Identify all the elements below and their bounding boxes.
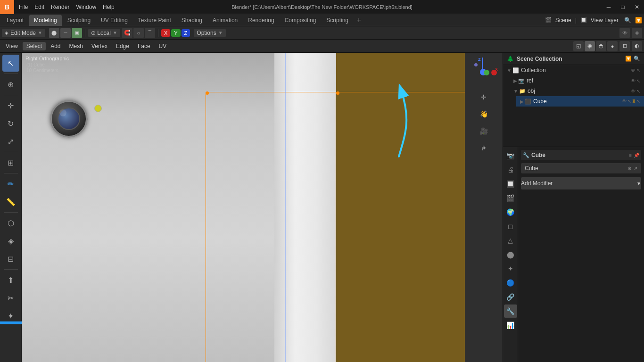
mode-selector[interactable]: ◈ Edit Mode ▼ (2, 29, 45, 37)
xray-btn[interactable]: ◐ (632, 41, 642, 51)
menu-render[interactable]: Render (48, 3, 72, 11)
ref-cursor[interactable]: ↖ (636, 78, 640, 83)
gizmo-move-btn[interactable]: ✛ (477, 90, 491, 104)
vis-eye[interactable]: 👁 (631, 68, 636, 73)
gizmo-orbit-btn[interactable]: 👋 (477, 107, 491, 121)
knife-btn[interactable]: ✂ (2, 289, 19, 306)
outliner-search[interactable]: 🔍 (634, 56, 640, 62)
prop-settings-icon[interactable]: ⚙ (627, 166, 632, 171)
rotate-tool-btn[interactable]: ↻ (2, 115, 19, 132)
tab-compositing[interactable]: Compositing (280, 15, 321, 26)
prop-world-icon[interactable]: 🌍 (504, 206, 517, 219)
prop-particles-icon[interactable]: ✦ (504, 262, 517, 275)
prop-pin-btn[interactable]: 📌 (634, 153, 639, 158)
prop-physics-icon[interactable]: 🔵 (504, 276, 517, 289)
wireframe-btn[interactable]: ◱ (573, 41, 584, 51)
vp-select-btn[interactable]: Select (23, 42, 46, 50)
transform-pivot[interactable]: ⊙ Local ▼ (88, 29, 120, 37)
vis-cursor[interactable]: ↖ (636, 68, 640, 73)
outliner-cube[interactable]: ▶ ⬛ Cube 👁 ↖ ⧖ ↖ (516, 96, 644, 107)
add-workspace-btn[interactable]: + (354, 16, 363, 25)
nav-gizmo[interactable]: Z X (470, 57, 498, 87)
cube-eye[interactable]: 👁 (622, 99, 627, 104)
transform-tool-btn[interactable]: ⊞ (2, 154, 19, 171)
gizmo-zoom-btn[interactable]: 🎥 (477, 124, 491, 138)
obj-cursor[interactable]: ↖ (636, 89, 640, 94)
outliner-obj[interactable]: ▼ 📁 obj 👁 ↖ (510, 86, 644, 96)
prop-mesh-icon[interactable]: △ (504, 234, 517, 247)
win-close[interactable]: ✕ (630, 0, 644, 14)
prop-link-icon[interactable]: ↗ (634, 166, 637, 171)
falloff-btn[interactable]: ⌒ (145, 28, 155, 38)
vp-view-btn[interactable]: View (2, 42, 22, 50)
prop-data-icon[interactable]: 📊 (504, 319, 517, 332)
scale-tool-btn[interactable]: ⤢ (2, 133, 19, 150)
tab-shading[interactable]: Shading (177, 15, 207, 26)
tab-layout[interactable]: Layout (2, 15, 28, 26)
menu-file[interactable]: File (16, 3, 31, 11)
loop-cut-btn[interactable]: ⊟ (2, 250, 19, 267)
tab-texture-paint[interactable]: Texture Paint (133, 15, 176, 26)
tab-animation[interactable]: Animation (208, 15, 242, 26)
win-minimize[interactable]: ─ (602, 0, 616, 14)
snap-btn[interactable]: 🧲 (122, 28, 132, 38)
prop-object-icon[interactable]: ◻ (504, 220, 517, 233)
obj-eye[interactable]: 👁 (631, 89, 636, 94)
material-btn[interactable]: ◓ (596, 41, 606, 51)
cube-camera[interactable]: ↖ (636, 99, 640, 104)
vertex-mode-btn[interactable]: ⬤ (49, 28, 59, 38)
gizmo-grid-btn[interactable]: # (477, 141, 491, 155)
vp-mesh-btn[interactable]: Mesh (66, 42, 87, 50)
annotate-btn[interactable]: ✏ (2, 175, 19, 192)
vp-face-btn[interactable]: Face (134, 42, 154, 50)
select-tool-btn[interactable]: ↖ (2, 55, 19, 72)
cube-modifier[interactable]: ⧖ (632, 99, 636, 104)
prop-material-icon[interactable]: ⬤ (504, 248, 517, 261)
outliner-collection[interactable]: ▼ ⬜ Collection 👁 ↖ (503, 65, 644, 75)
gizmo-overlay-btn[interactable]: ◈ (632, 28, 642, 38)
z-axis-btn[interactable]: Z (182, 29, 190, 37)
prop-output-icon[interactable]: 🖨 (504, 163, 517, 176)
viewport[interactable]: Right Orthographic (1) Cube 10 Centimete… (22, 53, 503, 362)
vp-edge-btn[interactable]: Edge (112, 42, 133, 50)
prop-modifiers-icon[interactable]: 🔧 (504, 304, 517, 318)
prop-scene-icon[interactable]: 🎬 (504, 191, 517, 205)
y-axis-btn[interactable]: Y (171, 29, 180, 37)
ref-eye[interactable]: 👁 (631, 78, 636, 83)
add-modifier-btn[interactable]: Add Modifier ▼ (521, 177, 641, 189)
tab-rendering[interactable]: Rendering (243, 15, 279, 26)
proportional-btn[interactable]: ○ (133, 28, 144, 38)
move-tool-btn[interactable]: ✛ (2, 97, 19, 114)
tab-scripting[interactable]: Scripting (322, 15, 353, 26)
tab-sculpting[interactable]: Sculpting (63, 15, 95, 26)
cube-cursor[interactable]: ↖ (627, 99, 631, 104)
outliner-ref[interactable]: ▶ 📷 ref 👁 ↖ (510, 75, 644, 86)
menu-help[interactable]: Help (100, 3, 117, 11)
menu-edit[interactable]: Edit (32, 3, 47, 11)
win-maximize[interactable]: □ (616, 0, 630, 14)
solid-btn[interactable]: ◉ (585, 41, 595, 51)
tab-modeling[interactable]: Modeling (29, 15, 62, 26)
prop-view-layer-icon[interactable]: 🔲 (504, 177, 517, 190)
vp-vertex-btn[interactable]: Vertex (88, 42, 111, 50)
vp-add-btn[interactable]: Add (47, 42, 64, 50)
cursor-tool-btn[interactable]: ⊕ (2, 76, 19, 93)
inset-btn[interactable]: ⬡ (2, 214, 19, 231)
x-axis-btn[interactable]: X (161, 29, 170, 37)
viewport-shading-btn[interactable]: 👁 (619, 28, 630, 38)
overlays-btn[interactable]: ⊞ (619, 41, 630, 51)
vp-uv-btn[interactable]: UV (155, 42, 171, 50)
face-mode-btn[interactable]: ▣ (72, 28, 82, 38)
bevel-btn[interactable]: ◈ (2, 232, 19, 249)
outliner-filter[interactable]: 🔽 (625, 56, 632, 62)
menu-window[interactable]: Window (73, 3, 99, 11)
ruler-btn[interactable]: 📏 (2, 193, 19, 210)
edge-mode-btn[interactable]: ─ (60, 28, 71, 38)
prop-render-icon[interactable]: 📷 (504, 149, 517, 162)
prop-constraints-icon[interactable]: 🔗 (504, 290, 517, 304)
options-btn[interactable]: Options ▼ (194, 29, 225, 37)
prop-collapse-btn[interactable]: ≡ (629, 153, 632, 158)
render-btn[interactable]: ● (607, 41, 618, 51)
extrude-btn[interactable]: ⬆ (2, 272, 19, 288)
tab-uv-editing[interactable]: UV Editing (96, 15, 132, 26)
